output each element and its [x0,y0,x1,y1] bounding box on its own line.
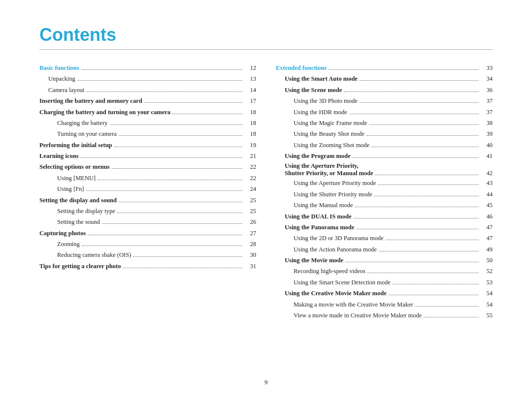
toc-entry: Using the Creative Movie Maker mode54 [276,289,493,298]
toc-entry: Using the Movie mode50 [276,256,493,265]
toc-entry: Using the 3D Photo mode37 [276,96,493,106]
toc-entry: Using the Shutter Priority mode44 [276,190,493,199]
toc-entry: Using the Action Panorama mode49 [276,245,493,254]
toc-entry: Making a movie with the Creative Movie M… [276,300,493,309]
toc-entry: Extended functions33 [276,63,493,73]
toc-entry: Using the DUAL IS mode46 [276,212,493,221]
toc-entry: Recording high-speed videos52 [276,267,493,276]
toc-entry: Basic functions12 [39,63,256,73]
toc-entry: Charging the battery and turning on your… [39,108,256,117]
toc-entry: Using the Magic Frame mode38 [276,119,493,128]
toc-entry: Using [Fn]24 [39,185,256,194]
toc-entry: View a movie made in Creative Movie Make… [276,311,493,320]
toc-entry: Using the 2D or 3D Panorama mode47 [276,234,493,243]
toc-entry: Using the Program mode41 [276,152,493,161]
toc-entry: Using the Aperture Priority,Shutter Prio… [276,162,493,177]
toc-entry: Using the Manual mode45 [276,201,493,210]
page: Contents Basic functions12Unpacking13Cam… [0,0,532,401]
toc-entry: Using the Smart Auto mode34 [276,74,493,84]
toc-entry: Setting the display type25 [39,207,256,216]
toc-entry: Setting the sound26 [39,217,256,227]
page-number: 9 [265,378,268,386]
right-column: Extended functions33Using the Smart Auto… [276,63,493,322]
toc-entry: Using [MENU]22 [39,174,256,183]
toc-entry: Learning icons21 [39,152,256,161]
page-title: Contents [39,25,493,45]
toc-entry: Unpacking13 [39,74,256,84]
toc-columns: Basic functions12Unpacking13Camera layou… [39,63,493,322]
toc-entry: Capturing photos27 [39,229,256,238]
left-column: Basic functions12Unpacking13Camera layou… [39,63,256,322]
toc-entry: Using the Smart Scene Detection mode53 [276,278,493,287]
toc-entry: Using the HDR mode37 [276,108,493,117]
toc-entry: Using the Beauty Shot mode39 [276,129,493,139]
toc-entry: Using the Zooming Shot mode40 [276,141,493,150]
toc-entry: Reducing camera shake (OIS)30 [39,250,256,260]
toc-entry: Turning on your camera18 [39,129,256,139]
title-divider [39,49,493,50]
toc-entry: Camera layout14 [39,86,256,95]
toc-entry: Charging the battery18 [39,119,256,128]
toc-entry: Selecting options or menus22 [39,162,256,172]
toc-entry: Using the Scene mode36 [276,86,493,95]
toc-entry: Using the Panorama mode47 [276,223,493,232]
toc-entry: Performing the initial setup19 [39,141,256,150]
toc-entry: Inserting the battery and memory card17 [39,96,256,106]
toc-entry: Using the Aperture Priority mode43 [276,179,493,188]
toc-entry: Tips for getting a clearer photo31 [39,262,256,271]
toc-entry: Zooming28 [39,240,256,249]
toc-entry: Setting the display and sound25 [39,196,256,205]
page-footer: 9 [0,378,532,386]
